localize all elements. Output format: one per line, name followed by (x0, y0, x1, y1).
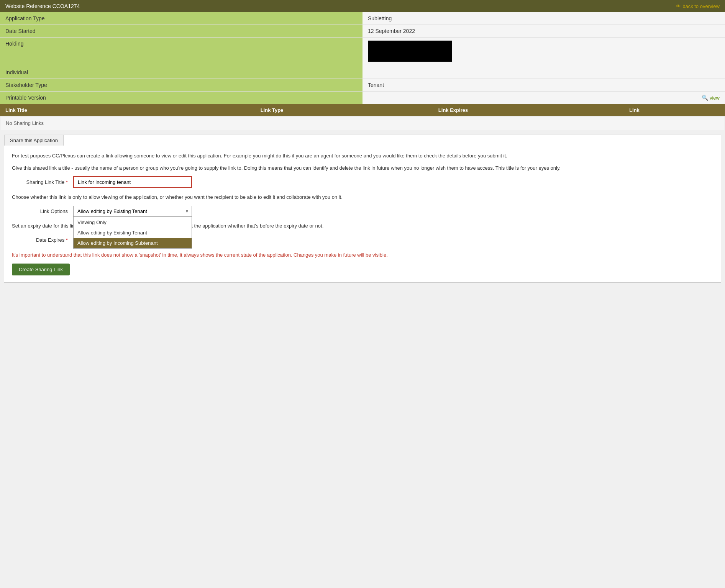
label-individual: Individual (0, 66, 362, 79)
no-links-message: No Sharing Links (0, 116, 725, 130)
sharing-link-title-label: Sharing Link Title * (12, 179, 73, 185)
search-icon: 🔍 (702, 95, 708, 101)
table-row: Stakeholder Type Tenant (0, 79, 725, 92)
col-link: Link (544, 104, 725, 116)
table-row: Holding (0, 38, 725, 66)
view-link[interactable]: view (710, 95, 720, 101)
table-row: Individual (0, 66, 725, 79)
label-application-type: Application Type (0, 12, 362, 25)
description-para-3: Choose whether this link is only to allo… (12, 193, 713, 201)
share-panel: Share this Application For test purposes… (4, 134, 721, 283)
date-expires-label: Date Expires * (12, 237, 73, 243)
link-options-label: Link Options (12, 208, 73, 214)
page-title: Website Reference CCOA1274 (5, 3, 80, 9)
label-stakeholder-type: Stakeholder Type (0, 79, 362, 92)
dropdown-menu: Viewing Only Allow editing by Existing T… (73, 217, 192, 249)
share-body: For test purposes CC/Plexus can create a… (4, 145, 721, 282)
back-to-overview-link[interactable]: 👁 back to overview (676, 3, 720, 9)
required-marker: * (66, 179, 68, 185)
table-row: Date Started 12 September 2022 (0, 25, 725, 38)
required-marker-date: * (66, 237, 68, 243)
col-link-expires: Link Expires (362, 104, 544, 116)
value-stakeholder-type: Tenant (362, 79, 725, 92)
warning-text: It's important to understand that this l… (12, 251, 713, 259)
top-header: Website Reference CCOA1274 👁 back to ove… (0, 0, 725, 12)
col-link-type: Link Type (181, 104, 362, 116)
label-date-started: Date Started (0, 25, 362, 38)
table-row: Printable Version 🔍 view (0, 92, 725, 104)
description-para-2: Give this shared link a title - usually … (12, 164, 713, 172)
link-options-row: Link Options Viewing Only Allow editing … (12, 206, 713, 217)
dropdown-option-edit-existing[interactable]: Allow editing by Existing Tenant (74, 228, 192, 238)
label-holding: Holding (0, 38, 362, 66)
col-link-title: Link Title (0, 104, 181, 116)
description-para-1: For test purposes CC/Plexus can create a… (12, 152, 713, 160)
sharing-link-title-row: Sharing Link Title * (12, 176, 713, 188)
table-row: Application Type Subletting (0, 12, 725, 25)
value-printable: 🔍 view (362, 92, 725, 104)
value-individual (362, 66, 725, 79)
eye-icon: 👁 (676, 3, 681, 9)
redacted-box (368, 41, 452, 62)
value-application-type: Subletting (362, 12, 725, 25)
info-table: Application Type Subletting Date Started… (0, 12, 725, 104)
value-holding (362, 38, 725, 66)
value-date-started: 12 September 2022 (362, 25, 725, 38)
link-options-wrapper: Viewing Only Allow editing by Existing T… (73, 206, 192, 217)
links-table-header: Link Title Link Type Link Expires Link (0, 104, 725, 116)
label-printable: Printable Version (0, 92, 362, 104)
dropdown-option-edit-incoming[interactable]: Allow editing by Incoming Subtenant (74, 238, 192, 248)
link-options-select[interactable]: Viewing Only Allow editing by Existing T… (73, 206, 192, 217)
sharing-link-title-input[interactable] (73, 176, 192, 188)
dropdown-option-view-only[interactable]: Viewing Only (74, 217, 192, 228)
share-tab: Share this Application (4, 135, 64, 146)
create-sharing-link-button[interactable]: Create Sharing Link (12, 264, 70, 275)
